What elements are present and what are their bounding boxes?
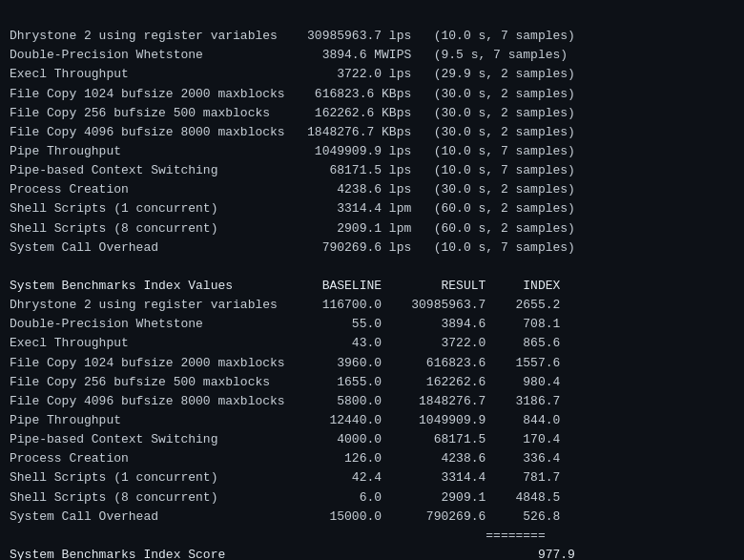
index-row: File Copy 256 bufsize 500 maxblocks 1655… (10, 373, 734, 392)
index-row: Process Creation 126.0 4238.6 336.4 (10, 449, 734, 468)
benchmark-rows: Dhrystone 2 using register variables 309… (10, 27, 734, 258)
index-row: File Copy 1024 bufsize 2000 maxblocks 39… (10, 354, 734, 373)
index-row: Double-Precision Whetstone 55.0 3894.6 7… (10, 315, 734, 334)
index-row: System Call Overhead 15000.0 790269.6 52… (10, 508, 734, 527)
bench-row: Shell Scripts (8 concurrent) 2909.1 lpm … (10, 219, 734, 239)
bench-row: Double-Precision Whetstone 3894.6 MWIPS … (10, 46, 734, 65)
index-header: System Benchmarks Index Values BASELINE … (10, 277, 734, 296)
bench-row: Dhrystone 2 using register variables 309… (10, 27, 734, 46)
bench-row: Execl Throughput 3722.0 lps (29.9 s, 2 s… (10, 65, 734, 84)
bench-row: System Call Overhead 790269.6 lps (10.0 … (10, 239, 734, 258)
bench-row: Pipe Throughput 1049909.9 lps (10.0 s, 7… (10, 142, 734, 161)
final-score-line: System Benchmarks Index Score 977.9 (10, 546, 734, 560)
bench-row: Process Creation 4238.6 lps (30.0 s, 2 s… (10, 180, 734, 199)
terminal: Dhrystone 2 using register variables 309… (0, 0, 744, 560)
bench-row: File Copy 1024 bufsize 2000 maxblocks 61… (10, 85, 734, 104)
index-row: Pipe-based Context Switching 4000.0 6817… (10, 430, 734, 449)
equals-line: ======== (10, 527, 734, 546)
bench-row: File Copy 256 bufsize 500 maxblocks 1622… (10, 104, 734, 123)
index-row: Pipe Throughput 12440.0 1049909.9 844.0 (10, 411, 734, 430)
index-row: Shell Scripts (1 concurrent) 42.4 3314.4… (10, 468, 734, 487)
bench-row: Shell Scripts (1 concurrent) 3314.4 lpm … (10, 199, 734, 218)
index-row: Dhrystone 2 using register variables 116… (10, 296, 734, 315)
bench-row: File Copy 4096 bufsize 8000 maxblocks 18… (10, 123, 734, 142)
index-row: Shell Scripts (8 concurrent) 6.0 2909.1 … (10, 488, 734, 508)
index-row: File Copy 4096 bufsize 8000 maxblocks 58… (10, 392, 734, 411)
index-row: Execl Throughput 43.0 3722.0 865.6 (10, 334, 734, 353)
index-section: System Benchmarks Index Values BASELINE … (10, 277, 734, 560)
bench-row: Pipe-based Context Switching 68171.5 lps… (10, 161, 734, 180)
